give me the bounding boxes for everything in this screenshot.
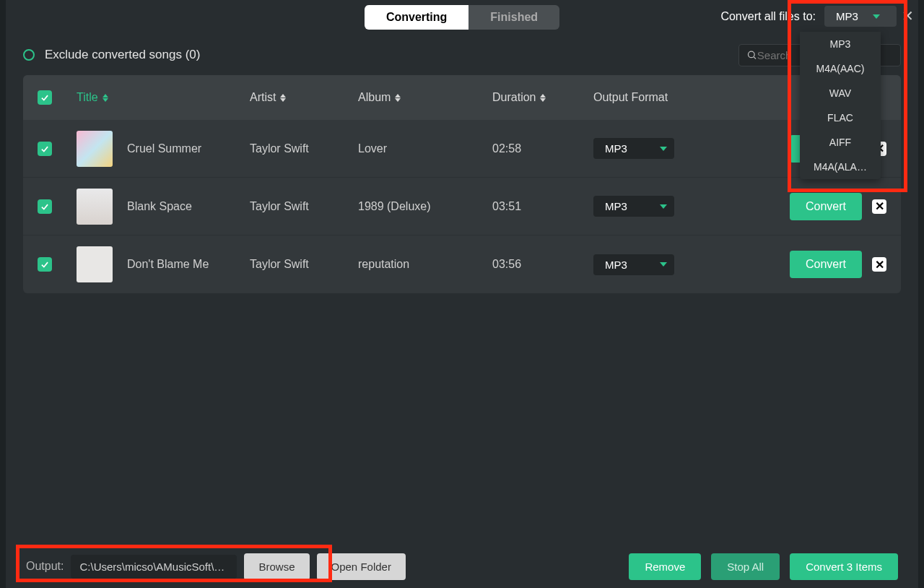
search-icon	[746, 49, 757, 61]
svg-line-1	[754, 57, 756, 59]
sort-icon	[280, 94, 286, 102]
header-duration[interactable]: Duration	[492, 91, 593, 104]
header-album[interactable]: Album	[358, 91, 492, 104]
track-artist: Taylor Swift	[250, 142, 358, 155]
track-table: Title Artist Album Duration Output Forma…	[23, 75, 901, 293]
row-format-select[interactable]: MP3	[593, 254, 674, 275]
open-folder-button[interactable]: Open Folder	[317, 553, 406, 580]
tab-finished[interactable]: Finished	[468, 5, 559, 30]
header-output-format: Output Format	[593, 91, 781, 104]
chevron-down-icon	[873, 14, 880, 19]
global-format-select[interactable]: MP3	[824, 6, 897, 27]
convert-button[interactable]: Convert	[790, 193, 862, 220]
row-checkbox[interactable]	[38, 199, 52, 214]
sub-toolbar: Exclude converted songs (0)	[6, 35, 918, 75]
svg-point-0	[748, 51, 754, 58]
album-art-icon	[77, 246, 113, 282]
track-artist: Taylor Swift	[250, 258, 358, 271]
remove-button[interactable]: Remove	[629, 553, 701, 580]
table-header: Title Artist Album Duration Output Forma…	[23, 75, 901, 120]
exclude-label: Exclude converted songs (0)	[45, 48, 200, 62]
row-checkbox[interactable]	[38, 142, 52, 156]
tab-converting[interactable]: Converting	[365, 5, 468, 30]
sort-icon	[395, 94, 401, 102]
track-album: 1989 (Deluxe)	[358, 200, 492, 213]
convert-all-label: Convert all files to:	[720, 10, 816, 23]
convert-items-button[interactable]: Convert 3 Items	[790, 553, 898, 580]
global-format-value: MP3	[836, 10, 858, 22]
table-row: Don't Blame Me Taylor Swift reputation 0…	[23, 235, 901, 293]
format-option[interactable]: FLAC	[800, 105, 881, 130]
row-format-select[interactable]: MP3	[593, 196, 674, 217]
browse-button[interactable]: Browse	[244, 553, 309, 580]
chevron-down-icon	[660, 147, 667, 151]
track-artist: Taylor Swift	[250, 200, 358, 213]
album-art-icon	[77, 131, 113, 167]
track-duration: 02:58	[492, 142, 593, 155]
stop-all-button[interactable]: Stop All	[711, 553, 780, 580]
format-option[interactable]: M4A(ALA…	[800, 155, 881, 179]
row-checkbox[interactable]	[38, 257, 52, 272]
sort-icon	[103, 94, 108, 102]
main-tabs: Converting Finished	[365, 5, 559, 30]
table-row: Cruel Summer Taylor Swift Lover 02:58 MP…	[23, 120, 901, 178]
output-label: Output:	[26, 560, 64, 573]
remove-row-icon[interactable]: ✕	[872, 199, 886, 214]
chevron-down-icon	[660, 262, 667, 267]
convert-all-area: Convert all files to: MP3	[720, 6, 897, 27]
track-title: Don't Blame Me	[127, 258, 209, 271]
close-icon[interactable]: ✕	[902, 7, 914, 25]
track-duration: 03:56	[492, 258, 593, 271]
select-all-checkbox[interactable]	[38, 90, 52, 105]
header-artist[interactable]: Artist	[250, 91, 358, 104]
table-row: Blank Space Taylor Swift 1989 (Deluxe) 0…	[23, 178, 901, 235]
header-title[interactable]: Title	[77, 91, 250, 104]
track-album: reputation	[358, 258, 492, 271]
format-option[interactable]: MP3	[800, 32, 881, 56]
format-dropdown-menu: MP3 M4A(AAC) WAV FLAC AIFF M4A(ALA…	[800, 32, 881, 179]
convert-button[interactable]: Convert	[790, 251, 862, 278]
app-window: Converting Finished Convert all files to…	[6, 0, 918, 588]
footer-bar: Output: C:\Users\micso\AMusicSoft\… Brow…	[12, 545, 912, 588]
track-album: Lover	[358, 142, 492, 155]
remove-row-icon[interactable]: ✕	[872, 257, 886, 272]
track-title: Blank Space	[127, 200, 192, 213]
album-art-icon	[77, 189, 113, 225]
format-option[interactable]: M4A(AAC)	[800, 56, 881, 81]
output-path-field[interactable]: C:\Users\micso\AMusicSoft\…	[71, 555, 237, 579]
row-format-select[interactable]: MP3	[593, 138, 674, 159]
sort-icon	[540, 94, 546, 102]
track-title: Cruel Summer	[127, 142, 201, 155]
exclude-toggle-icon[interactable]	[23, 49, 35, 61]
format-option[interactable]: AIFF	[800, 130, 881, 155]
format-option[interactable]: WAV	[800, 81, 881, 105]
track-duration: 03:51	[492, 200, 593, 213]
chevron-down-icon	[660, 204, 667, 209]
